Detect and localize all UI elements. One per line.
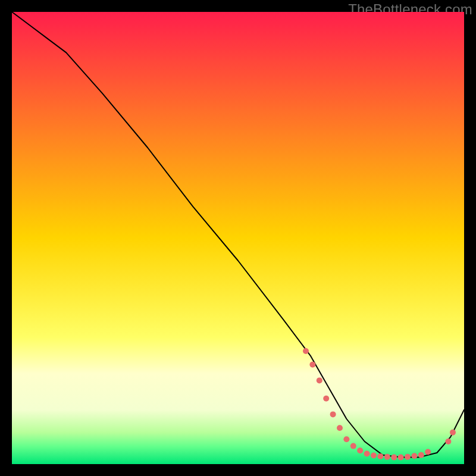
highlight-dot bbox=[317, 377, 322, 383]
highlight-dot bbox=[398, 455, 404, 461]
highlight-dot bbox=[309, 362, 315, 368]
highlight-dot bbox=[303, 348, 309, 354]
highlight-dot bbox=[357, 447, 363, 453]
highlight-dot bbox=[371, 453, 377, 459]
highlight-dot bbox=[323, 396, 329, 402]
highlight-dot bbox=[384, 454, 390, 460]
highlight-dot bbox=[343, 436, 349, 442]
highlight-dot bbox=[330, 411, 336, 417]
highlight-dot bbox=[411, 453, 417, 459]
chart-stage: TheBottleneck.com bbox=[0, 0, 476, 476]
highlight-dot bbox=[418, 452, 424, 458]
gradient-background bbox=[12, 12, 464, 464]
highlight-dot bbox=[450, 430, 456, 436]
highlight-dot bbox=[364, 451, 370, 457]
highlight-dot bbox=[425, 449, 431, 455]
highlight-dot bbox=[445, 439, 451, 444]
highlight-dot bbox=[350, 443, 356, 449]
highlight-dot bbox=[405, 454, 411, 460]
highlight-dot bbox=[391, 455, 397, 461]
highlight-dot bbox=[377, 453, 383, 459]
chart-svg bbox=[12, 12, 464, 464]
highlight-dot bbox=[337, 425, 343, 431]
